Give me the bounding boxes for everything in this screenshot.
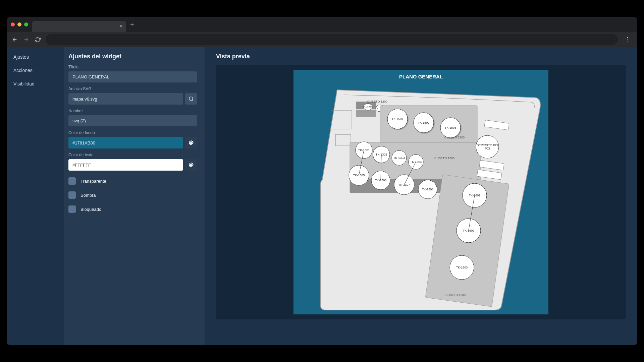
name-label: Nombre [68, 109, 197, 113]
svg-text:PCI: PCI [485, 147, 490, 150]
shadow-checkbox[interactable] [68, 191, 76, 199]
tank-label: TK-1502 [418, 121, 430, 124]
browse-file-button[interactable] [185, 93, 197, 105]
close-window-button[interactable] [11, 22, 15, 26]
bgcolor-picker-button[interactable] [185, 137, 197, 148]
preview-area: Vista previa PLANO GENERAL [205, 47, 637, 345]
svg-file-label: Archivo SVG [68, 86, 197, 91]
sidebar: Ajustes Acciones Visibilidad [7, 47, 64, 345]
textcolor-picker-button[interactable] [185, 159, 197, 171]
sidebar-item-visibilidad[interactable]: Visibilidad [7, 77, 64, 90]
settings-header: Ajustes del widget [68, 53, 197, 60]
locked-checkbox[interactable] [68, 205, 76, 213]
textcolor-label: Color de texto [68, 153, 197, 157]
browser-window: × + ⋮ Ajustes Acciones Visibilidad Ajust… [7, 17, 637, 345]
settings-panel: Ajustes del widget Título Archivo SVG No… [64, 47, 205, 345]
app-root: Ajustes Acciones Visibilidad Ajustes del… [7, 47, 637, 345]
new-tab-button[interactable]: + [130, 21, 134, 28]
bgcolor-input[interactable] [68, 137, 183, 148]
shadow-row: Sombra [68, 191, 197, 199]
browser-menu-button[interactable]: ⋮ [623, 35, 633, 45]
svg-file-input[interactable] [68, 93, 183, 105]
palette-icon [189, 162, 194, 168]
title-label: Título [68, 65, 197, 69]
url-bar[interactable] [46, 34, 618, 45]
svg-point-0 [189, 97, 193, 101]
locked-label: Bloqueado [80, 207, 101, 212]
shadow-label: Sombra [80, 193, 96, 198]
browser-toolbar: ⋮ [7, 32, 637, 47]
area-label-cubeto-1200: CUBETO 1200 [367, 100, 387, 103]
title-input[interactable] [68, 71, 197, 82]
plano-widget: PLANO GENERAL CUBETO 1200 [293, 70, 548, 314]
transparent-label: Transparente [80, 179, 106, 184]
search-icon [189, 96, 194, 102]
svg-rect-4 [356, 110, 376, 117]
palette-icon [189, 140, 194, 145]
tank-label: TK-1503 [445, 126, 457, 129]
maximize-window-button[interactable] [24, 22, 28, 26]
tank-label: TK-1303 [393, 156, 405, 160]
minimize-window-button[interactable] [17, 22, 21, 26]
back-button[interactable] [11, 36, 18, 43]
sidebar-item-ajustes[interactable]: Ajustes [7, 50, 64, 64]
transparent-row: Transparente [68, 177, 197, 185]
sidebar-item-acciones[interactable]: Acciones [7, 64, 64, 77]
reload-button[interactable] [34, 36, 41, 43]
tank-label: TK-1501 [392, 117, 404, 121]
textcolor-input[interactable] [68, 159, 183, 171]
area-label-cubeto-1600: CUBETO 1600 [445, 293, 466, 297]
preview-card: PLANO GENERAL CUBETO 1200 [216, 65, 626, 319]
browser-tab[interactable]: × [32, 21, 126, 32]
plano-svg[interactable]: CUBETO 1200 TK-1201 TK-1202 CUBETO 1500 … [293, 81, 548, 313]
tank-label: TK-1308 [422, 188, 434, 191]
tab-bar: × + [7, 17, 637, 32]
preview-header: Vista previa [216, 53, 626, 60]
bgcolor-label: Color de fondo [68, 130, 197, 135]
area-label-cubeto-1300: CUBETO 1300 [434, 157, 454, 160]
plano-title: PLANO GENERAL [293, 70, 548, 81]
name-input[interactable] [68, 115, 197, 126]
deposito-pci-label: DEPÓSITO PCI [477, 143, 498, 147]
transparent-checkbox[interactable] [68, 177, 76, 185]
locked-row: Bloqueado [68, 205, 197, 213]
tank-label: TK-1603 [456, 266, 468, 269]
window-controls [11, 22, 28, 26]
close-tab-icon[interactable]: × [119, 23, 123, 30]
tank-label: TK-1201 [364, 106, 373, 108]
forward-button[interactable] [23, 36, 30, 43]
